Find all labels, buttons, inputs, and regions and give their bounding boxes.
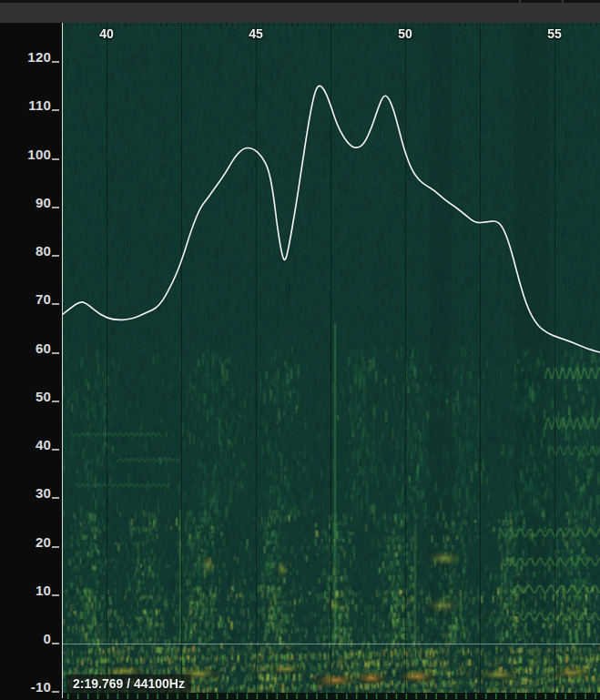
timeline-label: 55 [547, 25, 562, 42]
db-scale-tick [52, 207, 59, 208]
db-scale-label: 90 [0, 194, 51, 212]
audio-editor-window: 1201101009080706050403020100-10 40455055… [0, 0, 600, 700]
db-scale-label: 110 [0, 96, 51, 115]
db-scale-label: 50 [0, 388, 51, 406]
db-scale-tick [52, 109, 59, 111]
db-scale-tick [52, 691, 59, 693]
db-scale-tick [52, 449, 59, 451]
db-scale-tick [52, 594, 59, 596]
db-scale-tick [52, 158, 59, 160]
db-scale-tick [52, 61, 59, 63]
timeline-label: 40 [99, 25, 114, 42]
db-scale-label: 20 [0, 533, 51, 552]
db-scale-tick [52, 303, 59, 305]
db-scale-tick [52, 352, 59, 354]
db-scale-label: 70 [0, 290, 51, 309]
db-scale-tick [52, 255, 59, 257]
db-scale-label: 80 [0, 242, 51, 260]
db-scale-label: 40 [0, 436, 51, 454]
db-scale-label: 0 [0, 630, 51, 648]
playback-status: 2:19.769 / 44100Hz [66, 675, 191, 693]
db-scale-tick [52, 497, 59, 499]
db-scale-label: 30 [0, 484, 51, 502]
timeline-header[interactable] [0, 3, 600, 23]
db-scale-label: 60 [0, 340, 51, 358]
db-scale-label: 100 [0, 146, 51, 164]
db-scale-tick [52, 643, 59, 644]
db-scale-tick [52, 401, 59, 402]
db-scale-label: 10 [0, 582, 51, 600]
db-scale-tick [52, 546, 59, 548]
timeline-label: 50 [398, 25, 412, 42]
db-scale-label: -10 [0, 678, 51, 696]
db-scale-label: 120 [0, 48, 51, 66]
timeline-label: 45 [249, 25, 263, 42]
spectrogram-canvas[interactable] [62, 23, 600, 700]
